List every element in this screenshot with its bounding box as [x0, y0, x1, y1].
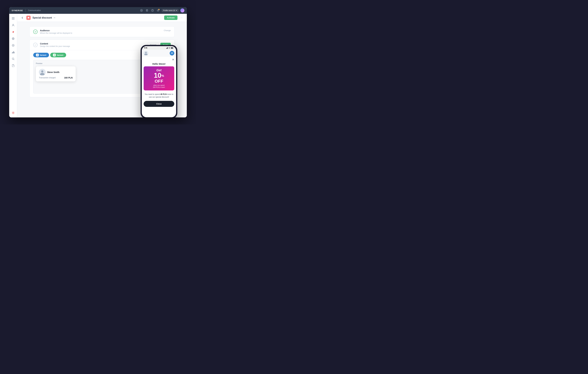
svg-rect-22 [166, 48, 167, 49]
notification-dot [158, 9, 159, 10]
svg-point-21 [41, 70, 43, 73]
divider [25, 9, 26, 12]
banner-percent: 10 [154, 72, 161, 79]
phone-modal-close[interactable]: ✕ [142, 57, 176, 62]
content-step: Content Design the content for your mess… [29, 40, 175, 97]
sidebar-item-files[interactable] [10, 63, 16, 68]
content-info: Content Design the content for your mess… [40, 43, 145, 47]
svg-rect-16 [13, 51, 14, 53]
svg-rect-6 [12, 18, 15, 19]
sidebar-item-targeting[interactable] [10, 36, 16, 41]
variant-b-label: Variant [57, 54, 63, 56]
svg-rect-23 [167, 48, 167, 49]
notification-card: Steve Smith Transaction charged 160 PLN [36, 66, 76, 81]
banner-sub: when you spend200 PLN or more! [146, 84, 172, 88]
notif-header: Steve Smith [39, 69, 73, 76]
sidebar-item-campaigns[interactable] [10, 29, 16, 35]
notif-details: Transaction charged 160 PLN [39, 77, 73, 79]
svg-rect-7 [12, 19, 15, 20]
sidebar-item-analytics[interactable] [10, 49, 16, 55]
workflow-area: Audience Whom the message will be displa… [17, 22, 187, 102]
audience-title: Audience [40, 29, 161, 32]
svg-point-3 [152, 11, 153, 11]
notif-avatar [39, 69, 46, 76]
sidebar [9, 14, 17, 117]
variant-a-badge: A [36, 54, 39, 56]
sidebar-item-profile[interactable] [10, 22, 16, 28]
phone-user-avatar [144, 51, 148, 55]
sub-header: Special discount ✏ Activate ··· [17, 14, 187, 22]
avatar[interactable] [180, 8, 184, 12]
svg-rect-31 [171, 53, 173, 53]
preview-content: Steve Smith Transaction charged 160 PLN [36, 66, 168, 91]
svg-rect-15 [13, 52, 13, 53]
svg-rect-32 [171, 54, 173, 54]
svg-rect-24 [167, 47, 168, 49]
svg-rect-1 [146, 10, 148, 11]
svg-rect-17 [14, 52, 15, 53]
edit-icon[interactable]: ✏ [54, 17, 56, 19]
profile-button[interactable]: Profile name (#) ▾ [162, 9, 178, 12]
svg-rect-14 [12, 52, 12, 53]
sidebar-item-settings[interactable] [10, 110, 16, 116]
sidebar-item-search[interactable] [10, 56, 16, 62]
banner-sup: % [161, 74, 164, 77]
top-bar-icons: Profile name (#) ▾ [140, 8, 184, 12]
svg-point-19 [13, 112, 14, 113]
audience-check [33, 30, 38, 34]
phone-discount-banner: Get 10% OFF when you spend200 PLN or mor… [144, 66, 174, 90]
help-icon[interactable] [151, 9, 154, 12]
top-bar: SYNERISE Communication Profile name (#) … [9, 7, 187, 14]
bell-icon[interactable] [156, 9, 160, 12]
variant-b-badge: B [53, 54, 56, 56]
page-icon [26, 16, 31, 20]
svg-rect-5 [12, 17, 15, 18]
phone-app-header [142, 50, 176, 57]
activate-button[interactable]: Activate [164, 15, 178, 20]
svg-point-8 [12, 24, 14, 25]
notif-name-section: Steve Smith [47, 71, 59, 73]
audience-step: Audience Whom the message will be displa… [29, 26, 175, 37]
phone-close-button[interactable]: Close [144, 101, 174, 107]
page-title: Special discount [32, 16, 52, 19]
svg-rect-27 [171, 47, 173, 48]
phone-mockup: 9:41 [141, 45, 177, 117]
audience-change-button[interactable]: Change [164, 29, 171, 32]
svg-point-11 [13, 38, 13, 39]
main-layout: Special discount ✏ Activate ··· Audience [17, 14, 187, 117]
variant-a-tab[interactable]: A Variant [33, 53, 49, 57]
sidebar-item-automation[interactable] [10, 43, 16, 48]
profile-dropdown-icon: ▾ [176, 10, 177, 11]
svg-marker-13 [13, 45, 14, 46]
svg-rect-25 [168, 47, 168, 49]
phone-menu-button[interactable] [170, 51, 174, 55]
phone-modal-title: Hello Steve! [142, 62, 176, 66]
preview-section: Preview [33, 60, 171, 93]
sidebar-toggle[interactable] [10, 16, 16, 21]
notif-action: Transaction charged [39, 77, 56, 79]
content-check [33, 43, 38, 47]
section-label: Communication [28, 9, 41, 11]
logo: SYNERISE [12, 9, 23, 12]
phone-time: 9:41 [144, 47, 147, 49]
content-subtitle: Design the content for your message [40, 45, 145, 47]
back-button[interactable] [20, 16, 24, 20]
phone-inner: 9:41 [142, 46, 176, 117]
svg-point-29 [145, 52, 147, 53]
profile-name: Profile name (#) [163, 10, 175, 11]
notif-name: Steve Smith [47, 71, 59, 73]
svg-rect-30 [171, 52, 173, 53]
more-options-button[interactable]: ··· [179, 16, 184, 20]
banner-off: OFF [146, 79, 172, 84]
content-area: Special discount ✏ Activate ··· Audience [9, 14, 187, 117]
svg-point-4 [180, 8, 184, 12]
content-title: Content [40, 43, 145, 45]
add-icon[interactable] [140, 9, 143, 12]
main-scroll: Audience Whom the message will be displa… [17, 22, 187, 117]
phone-modal-body: You need to spend 40 PLN more to use our… [142, 92, 176, 100]
variant-b-tab[interactable]: B Variant [50, 53, 66, 57]
docs-icon[interactable] [145, 9, 149, 12]
audience-info: Audience Whom the message will be displa… [40, 29, 161, 34]
audience-subtitle: Whom the message will be displayed to [40, 32, 161, 34]
variant-a-label: Variant [40, 54, 46, 56]
